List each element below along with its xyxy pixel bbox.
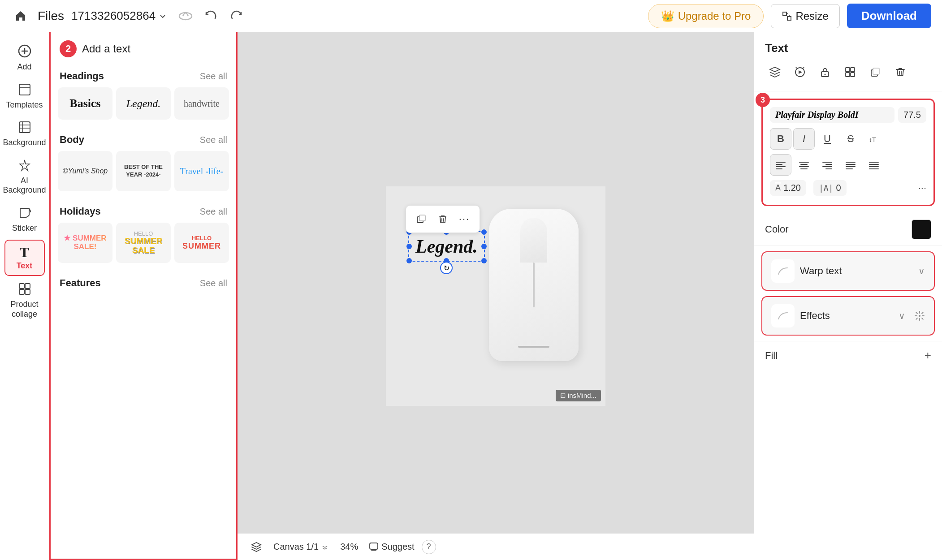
heading-sample-legend[interactable]: Legend. <box>116 87 171 120</box>
headings-see-all[interactable]: See all <box>200 71 227 82</box>
canvas-area: Legend. ↻ ··· ⊡ insMind... Ca <box>238 32 754 560</box>
undo-button[interactable] <box>202 8 219 25</box>
holidays-see-all[interactable]: See all <box>200 207 227 217</box>
layers-button[interactable] <box>246 539 266 555</box>
sidebar-item-add-label: Add <box>17 62 31 72</box>
align-center-button[interactable] <box>793 154 815 176</box>
color-swatch[interactable] <box>912 220 931 239</box>
sidebar-item-ai-background[interactable]: AI Background <box>4 154 45 200</box>
sidebar-item-sticker[interactable]: Sticker <box>4 202 45 238</box>
sidebar-item-product-collage[interactable]: Product collage <box>4 278 45 323</box>
resize-button[interactable]: Resize <box>771 4 839 28</box>
topbar: Files 1713326052864 👑 Upgrade to <box>0 0 942 32</box>
headings-title: Headings <box>60 70 104 82</box>
sidebar-item-ai-background-label: AI Background <box>3 176 46 195</box>
sidebar-item-background[interactable]: Background <box>4 116 45 152</box>
upgrade-button[interactable]: 👑 Upgrade to Pro <box>648 4 764 28</box>
animate-icon-btn[interactable] <box>790 62 810 82</box>
cloud-save-icon[interactable] <box>178 8 193 24</box>
sidebar-item-text[interactable]: T Text <box>4 240 45 276</box>
char-spacing-control[interactable]: |A| 0 <box>813 180 847 196</box>
body-sample-travel[interactable]: Travel -life- <box>174 151 229 191</box>
svg-rect-11 <box>19 284 24 289</box>
position-icon-btn[interactable] <box>840 62 860 82</box>
canvas-info-label: Canvas 1/1 <box>273 542 319 552</box>
color-row: Color <box>754 213 942 246</box>
canvas-text-element[interactable]: Legend. ↻ <box>408 231 485 262</box>
topbar-actions <box>178 8 245 25</box>
copy-icon-btn[interactable] <box>865 62 885 82</box>
home-button[interactable] <box>11 6 30 26</box>
text-panel: 2 Add a text Headings See all Basics Leg… <box>49 32 238 560</box>
handwrite-text: handwrite <box>184 99 220 109</box>
resize-handle-bl[interactable] <box>406 258 412 263</box>
align-right-button[interactable] <box>817 154 838 176</box>
line-spacing-control[interactable]: A 1.20 <box>770 180 806 196</box>
holiday-sample-hello-summer2[interactable]: HELLO SUMMER <box>174 223 229 263</box>
align-full-justify-button[interactable] <box>863 154 885 176</box>
right-panel-text-section: Text <box>754 32 942 91</box>
left-sidebar: Add Templates Background AI Background <box>0 32 49 560</box>
lock-icon-btn[interactable] <box>815 62 835 82</box>
svg-rect-1 <box>783 12 786 16</box>
canvas-container[interactable]: Legend. ↻ ··· ⊡ insMind... <box>386 186 605 406</box>
rotate-handle[interactable]: ↻ <box>440 262 453 274</box>
divider-1 <box>754 246 942 246</box>
more-options-button[interactable]: ··· <box>918 182 926 194</box>
holiday-sample-summer-sale[interactable]: ★ SUMMERSALE! <box>58 223 112 263</box>
body-see-all[interactable]: See all <box>200 135 227 145</box>
holiday-sample-hello-summer-sale[interactable]: HELLO SUMMERSALE <box>116 223 171 263</box>
holiday-samples: ★ SUMMERSALE! HELLO SUMMERSALE HELLO SUM… <box>51 221 236 270</box>
canvas-info[interactable]: Canvas 1/1 <box>273 542 329 552</box>
resize-handle-rm[interactable] <box>481 244 487 249</box>
align-left-button[interactable] <box>770 154 791 176</box>
warp-text-row[interactable]: Warp text ∨ <box>761 251 935 291</box>
resize-handle-lm[interactable] <box>406 244 412 249</box>
svg-rect-14 <box>25 289 30 294</box>
files-label[interactable]: Files <box>38 9 64 23</box>
svg-rect-16 <box>419 215 425 221</box>
canvas-duplicate-button[interactable] <box>411 209 431 229</box>
filename-display[interactable]: 1713326052864 <box>71 9 167 23</box>
step-3-badge: 3 <box>756 93 770 107</box>
underline-button[interactable]: U <box>817 128 838 150</box>
main-area: Add Templates Background AI Background <box>0 32 942 560</box>
resize-handle-br[interactable] <box>481 258 487 263</box>
suggest-button[interactable]: Suggest <box>369 542 414 552</box>
warp-text-expand-icon: ∨ <box>918 266 925 276</box>
help-button[interactable]: ? <box>422 540 436 554</box>
effects-row[interactable]: Effects ∨ <box>761 296 935 336</box>
delete-icon-btn[interactable] <box>890 62 910 82</box>
strikethrough-button[interactable]: S <box>840 128 861 150</box>
svg-rect-23 <box>846 73 850 77</box>
sidebar-item-add[interactable]: Add <box>4 39 45 77</box>
sidebar-item-templates[interactable]: Templates <box>4 78 45 115</box>
holidays-title: Holidays <box>60 206 101 217</box>
svg-point-28 <box>919 315 920 317</box>
resize-handle-tr[interactable] <box>481 229 487 235</box>
effects-settings-icon[interactable] <box>914 310 925 321</box>
layers-icon-btn[interactable] <box>765 62 785 82</box>
redo-button[interactable] <box>228 8 245 25</box>
canvas-more-button[interactable]: ··· <box>454 209 474 229</box>
ai-background-icon <box>18 159 31 174</box>
product-collage-icon <box>18 282 31 298</box>
features-see-all[interactable]: See all <box>200 278 227 289</box>
align-justify-button[interactable] <box>840 154 861 176</box>
flip-text-button[interactable]: ↕T <box>863 128 885 150</box>
canvas-delete-button[interactable] <box>433 209 453 229</box>
heading-sample-basics[interactable]: Basics <box>58 87 112 120</box>
fill-add-button[interactable]: + <box>925 349 931 362</box>
bold-button[interactable]: B <box>770 128 791 150</box>
italic-button[interactable]: I <box>793 128 815 150</box>
body-sample-best[interactable]: BEST OF THE YEAR -2024- <box>116 151 171 191</box>
heading-sample-handwrite[interactable]: handwrite <box>174 87 229 120</box>
font-selector[interactable]: Playfair Display BoldI <box>770 107 894 123</box>
canvas-watermark: ⊡ insMind... <box>556 390 601 401</box>
font-size-selector[interactable]: 77.5 <box>898 107 926 123</box>
body-sample-yumis[interactable]: ©Yumi's Shop <box>58 151 112 191</box>
download-button[interactable]: Download <box>847 4 931 28</box>
fill-label: Fill <box>765 350 778 362</box>
font-section-wrapper: 3 Playfair Display BoldI 77.5 B I U S <box>761 99 935 206</box>
headings-section-header: Headings See all <box>51 63 236 86</box>
